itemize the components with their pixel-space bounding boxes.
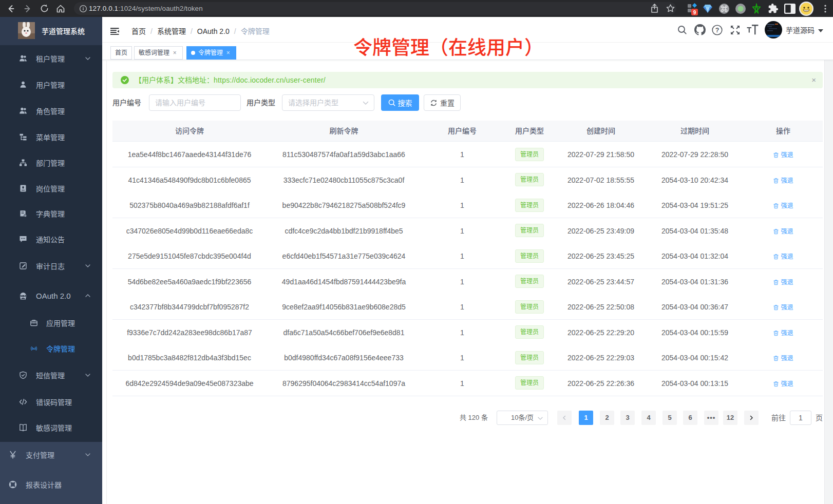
svg-text:a: a: [33, 347, 35, 350]
svg-text:?: ?: [715, 26, 719, 33]
svg-text:9: 9: [693, 9, 696, 15]
